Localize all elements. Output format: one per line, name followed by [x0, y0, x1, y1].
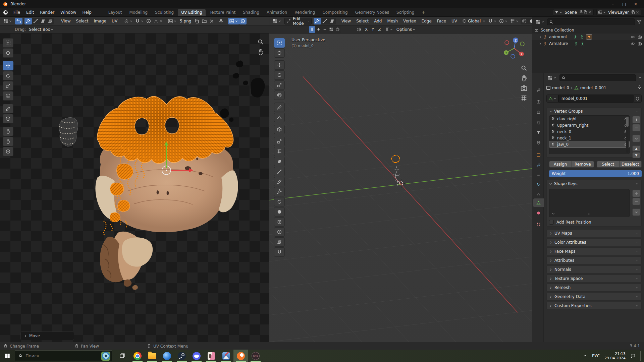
- proportional-editing-toggle[interactable]: [145, 18, 152, 24]
- outliner-row-animroot[interactable]: animroot: [532, 34, 644, 40]
- tool-shrink-fatten[interactable]: [274, 227, 285, 237]
- deselect-button[interactable]: Deselect: [620, 161, 642, 168]
- workspace-tab-rendering[interactable]: Rendering: [291, 9, 318, 16]
- tab-particles[interactable]: [533, 171, 544, 180]
- outliner-search[interactable]: [547, 18, 635, 25]
- panel-normals[interactable]: Normals: [546, 265, 642, 274]
- navigation-gizmo[interactable]: Z Y X: [501, 36, 527, 61]
- tool-transform[interactable]: [274, 90, 285, 100]
- unlink-image-button[interactable]: [208, 18, 215, 24]
- uv-overlay-toggle[interactable]: [239, 18, 247, 24]
- expand-icon[interactable]: [538, 35, 542, 39]
- outliner-row-armature[interactable]: Armature: [532, 40, 644, 47]
- close-button[interactable]: ×: [630, 0, 641, 8]
- uv-select-mode-vertex[interactable]: [24, 18, 32, 24]
- select-mode-invert[interactable]: [328, 26, 334, 33]
- tool-extrude-region[interactable]: [274, 137, 285, 146]
- uv-menu-image[interactable]: Image: [91, 19, 109, 23]
- pan-hand-icon[interactable]: [520, 74, 528, 82]
- pan-hand-icon[interactable]: [257, 48, 264, 56]
- mirror-y-toggle[interactable]: Y: [370, 26, 376, 33]
- pin-icon[interactable]: [637, 85, 642, 89]
- fake-user-shield-button[interactable]: [633, 95, 642, 103]
- tool-options-dropdown[interactable]: Options: [395, 26, 417, 33]
- tool-move[interactable]: [274, 60, 285, 70]
- vertex-groups-header[interactable]: Vertex Groups: [547, 108, 641, 115]
- select-mode-subtract[interactable]: [322, 26, 328, 33]
- panel-uv-maps[interactable]: UV Maps: [546, 229, 642, 237]
- panel-color-attributes[interactable]: Color Attributes: [546, 238, 642, 246]
- move-group-down-button[interactable]: ▼: [632, 152, 640, 158]
- taskbar-app-chrome[interactable]: [130, 350, 145, 362]
- tool-tweak-select-box[interactable]: [3, 38, 13, 48]
- view-menu[interactable]: View: [339, 19, 354, 23]
- workspace-tab-geometry-nodes[interactable]: Geometry Nodes: [352, 9, 392, 16]
- tool-spin[interactable]: [274, 197, 285, 206]
- maximize-button[interactable]: □: [619, 0, 630, 8]
- uv-menu-view[interactable]: View: [58, 19, 73, 23]
- tab-object-data[interactable]: [533, 198, 544, 207]
- tab-world[interactable]: [533, 138, 544, 147]
- render-visibility-icon[interactable]: [638, 42, 642, 46]
- panel-attributes[interactable]: Attributes: [546, 256, 642, 264]
- panel-custom-properties[interactable]: Custom Properties: [546, 302, 642, 310]
- editor-type-dropdown[interactable]: [2, 18, 13, 24]
- orthographic-toggle-icon[interactable]: [520, 95, 528, 102]
- open-image-button[interactable]: [201, 18, 208, 24]
- language-indicator[interactable]: РУС: [592, 354, 600, 358]
- tool-measure[interactable]: [274, 113, 285, 122]
- tool-select-box[interactable]: [274, 38, 285, 48]
- workspace-tab-shading[interactable]: Shading: [239, 9, 263, 16]
- vertex-group-row[interactable]: clav_right: [549, 116, 629, 122]
- vertex-group-row-active[interactable]: jaw_0: [549, 141, 629, 147]
- remove-button[interactable]: Remove: [572, 161, 594, 168]
- mesh-menu[interactable]: Mesh: [384, 19, 400, 23]
- tray-expand-icon[interactable]: [583, 354, 587, 358]
- tool-relax[interactable]: [3, 137, 13, 146]
- show-desktop-divider[interactable]: [640, 351, 641, 361]
- unlink-scene-icon[interactable]: [588, 10, 592, 14]
- add-vertex-group-button[interactable]: [632, 116, 640, 123]
- mirror-x-toggle[interactable]: X: [363, 26, 370, 33]
- new-viewlayer-icon[interactable]: [631, 10, 635, 14]
- expand-icon[interactable]: [538, 42, 542, 46]
- tool-scale[interactable]: [274, 80, 285, 90]
- minimize-button[interactable]: –: [607, 0, 619, 8]
- mirror-z-toggle[interactable]: Z: [376, 26, 383, 33]
- filter-icon[interactable]: [637, 19, 642, 24]
- tab-modifiers[interactable]: [533, 161, 544, 170]
- camera-view-icon[interactable]: [520, 84, 528, 92]
- tool-rotate[interactable]: [274, 70, 285, 80]
- editor-type-dropdown[interactable]: [271, 18, 282, 24]
- zoom-icon[interactable]: [257, 38, 264, 46]
- tool-grab[interactable]: [3, 127, 13, 136]
- workspace-tab-layout[interactable]: Layout: [105, 9, 125, 16]
- display-channels-dropdown[interactable]: [228, 18, 239, 24]
- grip-icon[interactable]: [635, 109, 639, 114]
- taskbar-app-explorer[interactable]: [145, 350, 160, 362]
- taskbar-app-image-editor[interactable]: [204, 350, 219, 362]
- tool-rotate[interactable]: [3, 71, 13, 80]
- uv-menu-select[interactable]: Select: [73, 19, 91, 23]
- taskbar-app-blender[interactable]: [233, 350, 248, 362]
- weight-slider[interactable]: Weight 1.000: [549, 170, 642, 177]
- workspace-tab-sculpting[interactable]: Sculpting: [152, 9, 177, 16]
- taskbar-search-box[interactable]: [15, 351, 112, 361]
- add-workspace-button[interactable]: +: [418, 9, 428, 16]
- shape-keys-header[interactable]: Shape Keys: [547, 180, 641, 187]
- tool-add-cube[interactable]: [274, 125, 285, 134]
- tab-object[interactable]: [533, 150, 544, 159]
- add-menu[interactable]: Add: [371, 19, 384, 23]
- task-view-button[interactable]: [115, 350, 129, 362]
- snap-base-dropdown[interactable]: [384, 26, 394, 33]
- mesh-browse-dropdown[interactable]: [546, 95, 558, 103]
- shading-wireframe-button[interactable]: [521, 18, 528, 24]
- hide-eye-icon[interactable]: [631, 42, 635, 46]
- tool-smooth[interactable]: [274, 207, 285, 217]
- tool-rip-region[interactable]: [3, 114, 13, 123]
- outliner-row-scene-collection[interactable]: Scene Collection: [532, 27, 644, 34]
- mesh-select-mode-face[interactable]: [328, 18, 336, 24]
- zoom-icon[interactable]: [520, 64, 528, 72]
- editor-type-dropdown[interactable]: [546, 74, 557, 81]
- list-scrollbar[interactable]: [626, 117, 629, 153]
